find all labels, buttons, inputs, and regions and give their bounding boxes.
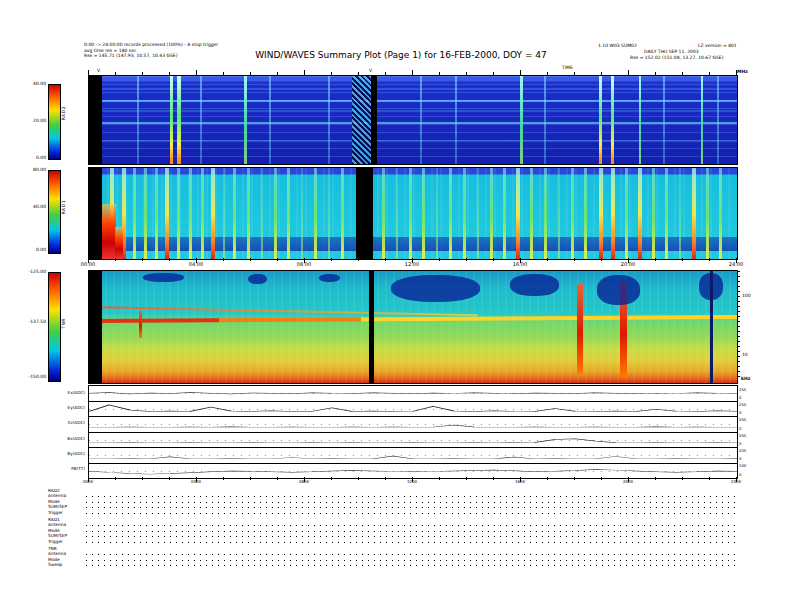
tnr-gap <box>89 271 102 383</box>
legend-tnr-sweep: Sweep <box>48 562 84 567</box>
monitor-trace-pb <box>89 464 737 479</box>
rad2-gap <box>89 76 102 164</box>
rad1-colorbar <box>48 170 61 254</box>
monitor-ymin-ey: 0 <box>739 410 741 415</box>
legend-tnr-mode-dots <box>86 560 736 561</box>
monitor-trace-ey <box>89 402 737 417</box>
rad1-burst s1 <box>477 168 479 259</box>
rad1-burst s3 <box>611 168 615 259</box>
rad1-burst s2 <box>625 168 628 259</box>
monitor-trace-bx <box>89 433 737 448</box>
tnr-blob <box>391 275 480 302</box>
rad2-burst s1 <box>328 76 330 164</box>
time-tick-4: 04:00 <box>181 261 211 267</box>
tnr-freq-axis-ticks <box>737 271 740 381</box>
rad1-burst s1 <box>301 168 303 259</box>
rad1-gap <box>356 168 373 259</box>
monitor-ymin-by: 0 <box>739 456 741 461</box>
header-version: 1.10 W03 SUM02 <box>598 43 637 49</box>
legend-rad1-sumsep: SUM/SEP <box>48 533 84 538</box>
legend-rad1-antenna: Antenna <box>48 522 84 527</box>
rad1-burst s2 <box>449 168 452 259</box>
rad2-burst s1 <box>137 76 139 164</box>
time-tick-20: 20:00 <box>613 261 643 267</box>
rad2-burst s1 <box>455 76 457 164</box>
rad1-burst s2 <box>422 168 425 259</box>
rad1-panel-name: RAD1 <box>61 200 66 214</box>
header-position: Rse = 152.02 (151.08, 13.27, 10.67 GSE) <box>630 55 723 61</box>
monitor-label-by: By(ADC) <box>47 451 85 456</box>
rad1-colorbar-tick-mid: 40.00 <box>20 204 46 209</box>
time-tick-24: 24:00 <box>721 261 751 267</box>
monitor-row-ey <box>89 402 737 418</box>
tnr-spectrogram <box>88 270 738 384</box>
legend-rad2-sumsep-dots <box>86 507 736 508</box>
legend-tnr-sweep-dots <box>86 565 736 566</box>
rad2-burst s2 <box>701 76 703 164</box>
tnr-blob <box>510 274 559 295</box>
rad1-burst s2 <box>382 168 385 259</box>
monitor-time-tick-24: 2400 <box>724 479 748 484</box>
rad2-burst s1 <box>420 76 422 164</box>
time-tick-8: 08:00 <box>289 261 319 267</box>
monitor-label-ez: Ez(ADC) <box>47 420 85 425</box>
legend-rad2-antenna-dots <box>86 496 736 497</box>
monitor-row-ex <box>89 386 737 402</box>
monitor-ymax-ez: 255 <box>739 417 746 422</box>
time-tick-16: 16:00 <box>505 261 535 267</box>
tnr-blob <box>597 275 640 304</box>
monitor-ymin-ez: 0 <box>739 426 741 431</box>
tnr-freq-tick-10: 10 <box>742 352 748 358</box>
tnr-colorbar-tick-bot: -150.00 <box>16 374 46 379</box>
monitor-trace-by <box>89 448 737 463</box>
tnr-panel-name: TNR <box>61 318 66 329</box>
monitor-ymax-ex: 255 <box>739 387 746 392</box>
rad1-burst s2 <box>177 168 180 259</box>
tnr-unit-label: kHz <box>741 376 750 382</box>
rad1-burst s2 <box>201 168 204 259</box>
monitor-panel-stack <box>88 385 738 479</box>
header-daily-date: DAILY THU SEP 11, 2003 <box>644 49 699 55</box>
legend-rad1-mode-dots <box>86 531 736 532</box>
rad1-burst s2 <box>463 168 466 259</box>
rad1-burst s2 <box>233 168 236 259</box>
monitor-label-pb: PB(TT) <box>47 466 85 471</box>
rad1-burst s2 <box>287 168 290 259</box>
rad1-burst s3 <box>516 168 520 259</box>
rad2-colorbar-tick-bot: 0.00 <box>20 155 46 160</box>
rad2-burst s1 <box>200 76 202 164</box>
rad1-burst s1 <box>396 168 398 259</box>
tnr-colorbar <box>48 272 61 382</box>
rad2-burst s2 <box>520 76 523 164</box>
rad2-burst s2 <box>244 76 247 164</box>
time-tick-0: 00:00 <box>73 261 103 267</box>
monitor-ymax-bx: 255 <box>739 433 746 438</box>
monitor-trace-ex <box>89 386 737 401</box>
monitor-row-bx <box>89 433 737 449</box>
rad2-gap <box>371 76 377 164</box>
rad1-burst s2 <box>652 168 655 259</box>
rad1-burst s2 <box>584 168 587 259</box>
monitor-ymax-ey: 255 <box>739 402 746 407</box>
rad1-burst s3 <box>638 168 642 259</box>
rad1-burst s3 <box>599 168 603 259</box>
rad1-burst s2 <box>189 168 192 259</box>
monitor-label-bx: Bx(ADC) <box>47 436 85 441</box>
rad2-burst s3 <box>611 76 614 164</box>
rad1-burst s2 <box>706 168 709 259</box>
monitor-time-tick-12: 1200 <box>400 479 424 484</box>
rad1-burst s2 <box>719 168 722 259</box>
legend-rad2-sumsep: SUM/SEP <box>48 504 84 509</box>
rad1-burst s3 <box>211 168 215 259</box>
rad1-burst s2 <box>544 168 547 259</box>
time-tick-12: 12:00 <box>397 261 427 267</box>
monitor-label-ey: Ey(ADC) <box>47 405 85 410</box>
rad1-burst s1 <box>679 168 681 259</box>
monitor-time-tick-0: 0000 <box>76 479 100 484</box>
legend-tnr-antenna: Antenna <box>48 551 84 556</box>
rad2-burst s2 <box>639 76 641 164</box>
tnr-colorbar-tick-top: -125.00 <box>16 269 46 274</box>
monitor-label-ex: Ex(ADC) <box>47 390 85 395</box>
rad1-burst s1 <box>328 168 330 259</box>
rad1-colorbar-tick-bot: 0.00 <box>20 247 46 252</box>
